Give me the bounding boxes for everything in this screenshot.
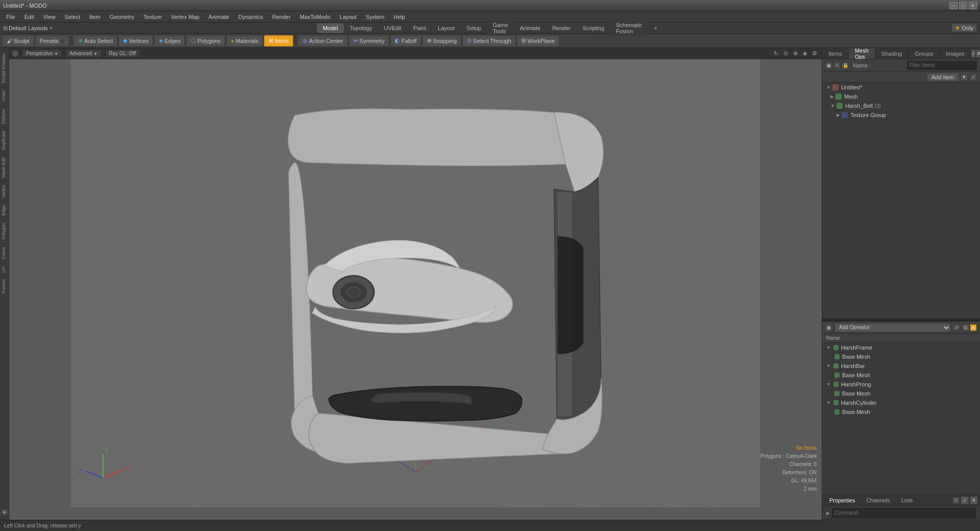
menu-file[interactable]: File	[2, 13, 19, 21]
viewport-settings-icon[interactable]: ⚙	[810, 50, 819, 58]
rpanel-tab-shading[interactable]: Shading	[875, 48, 909, 59]
minimize-button[interactable]: ─	[949, 2, 958, 9]
menu-maxtomodo[interactable]: MaxToModo	[296, 13, 334, 21]
sidebar-item-duplicate[interactable]: Duplicate	[0, 127, 9, 153]
mesh-op-row-base2[interactable]: Base Mesh	[822, 371, 980, 380]
command-input[interactable]	[832, 508, 976, 518]
tab-schematic-fusion[interactable]: Schematic Fusion	[610, 20, 648, 36]
sidebar-item-uv[interactable]: UV	[0, 263, 9, 276]
sidebar-item-curve[interactable]: Curve	[0, 243, 9, 262]
vis-btn-3[interactable]: 🔒	[842, 62, 849, 69]
mesh-op-row-harshprong[interactable]: ▼ HarshProng	[822, 380, 980, 389]
only-button[interactable]: ★ Only	[951, 24, 977, 32]
sculpt-button[interactable]: 🖌 Sculpt	[2, 35, 34, 47]
sidebar-collapse-button[interactable]: ●	[1, 509, 8, 516]
item-row-harsh-belt[interactable]: ▼ Harsh_Belt (3)	[822, 101, 980, 110]
sidebar-item-vertex[interactable]: Vertex	[0, 181, 9, 201]
mesh-op-row-base4[interactable]: Base Mesh	[822, 407, 980, 417]
rpanel-tab-mesh-ops[interactable]: Mesh Ops	[849, 48, 875, 59]
sidebar-item-sculpt-presets[interactable]: Sculpt Presets	[0, 50, 9, 86]
close-panel-button[interactable]: ✕	[976, 50, 980, 58]
expand-list-btn[interactable]: ⤢	[970, 74, 977, 81]
item-row-mesh[interactable]: ▶ Mesh	[822, 92, 980, 101]
sidebar-item-mesh-edit[interactable]: Mesh Edit	[0, 154, 9, 181]
tab-animate[interactable]: Animate	[514, 24, 546, 33]
sidebar-item-edge[interactable]: Edge	[0, 201, 9, 219]
viewport-zoom-icon[interactable]: ⊕	[791, 50, 799, 58]
viewport-area[interactable]: Perspective ▼ Advanced ▼ Ray GL: Off ↻ ⊙…	[9, 48, 822, 520]
presets-button[interactable]: Presets	[35, 35, 69, 47]
items-button[interactable]: ⊞ Items	[264, 35, 293, 47]
mesh-ops-btn-g[interactable]: G	[962, 324, 969, 331]
viewport-canvas[interactable]: X Z Y No Items Polygons : Catmull-Clark …	[9, 59, 822, 507]
mesh-vis-btn-1[interactable]: ◉	[825, 324, 832, 331]
polygons-button[interactable]: ⬡ Polygons	[186, 35, 225, 47]
tab-layout[interactable]: Layout	[432, 24, 460, 33]
raygl-button[interactable]: Ray GL: Off	[105, 50, 139, 57]
snapping-button[interactable]: ⊕ Snapping	[422, 35, 462, 47]
tab-topology[interactable]: Topology	[344, 24, 378, 33]
rp-expand-btn[interactable]: ⤢	[961, 496, 969, 504]
viewport-sync-icon[interactable]: ↻	[772, 50, 780, 58]
action-center-button[interactable]: ◎ Action Center	[298, 35, 348, 47]
viewport-camera-icon[interactable]: ⊙	[781, 50, 790, 58]
filter-btn[interactable]: ▼	[961, 74, 968, 81]
item-row-untitled[interactable]: ▼ Untitled*	[822, 83, 980, 92]
menu-item[interactable]: Item	[85, 13, 104, 21]
menu-vertex-map[interactable]: Vertex Map	[167, 13, 204, 21]
close-button[interactable]: ✕	[969, 2, 977, 9]
vis-btn-1[interactable]: ◉	[825, 62, 832, 69]
mesh-op-row-harshbar[interactable]: ▼ HarshBar	[822, 361, 980, 371]
rp-add-btn[interactable]: +	[952, 497, 960, 504]
edges-button[interactable]: ◈ Edges	[154, 35, 185, 47]
tab-uvedit[interactable]: UVEdit	[378, 24, 407, 33]
filter-items-input[interactable]	[907, 61, 977, 70]
mesh-op-row-base1[interactable]: Base Mesh	[822, 352, 980, 361]
sidebar-item-polygon[interactable]: Polygon	[0, 219, 9, 243]
maximize-button[interactable]: □	[959, 2, 967, 9]
sidebar-item-fusion[interactable]: Fusion	[0, 276, 9, 296]
menu-edit[interactable]: Edit	[20, 13, 38, 21]
tab-render[interactable]: Render	[546, 24, 576, 33]
viewport-menu-icon[interactable]	[12, 51, 18, 57]
rp-btab-lists[interactable]: Lists	[896, 496, 918, 504]
layout-preset-selector[interactable]: ▤ Default Layouts ▼	[3, 25, 53, 31]
tab-paint[interactable]: Paint	[408, 24, 432, 33]
add-operator-select[interactable]: Add Operator	[834, 323, 951, 332]
rp-btab-properties[interactable]: Properties	[824, 496, 860, 504]
materials-button[interactable]: ● Materials	[226, 35, 263, 47]
falloff-button[interactable]: ◐ Falloff	[390, 35, 421, 47]
tab-scripting[interactable]: Scripting	[577, 24, 610, 33]
menu-system[interactable]: System	[362, 13, 389, 21]
rpanel-tab-images[interactable]: Images	[940, 48, 971, 59]
expand-panel-button[interactable]: ⤢	[971, 50, 976, 58]
rpanel-tab-groups[interactable]: Groups	[909, 48, 940, 59]
select-through-button[interactable]: ⊙ Select Through	[462, 35, 515, 47]
menu-dynamics[interactable]: Dynamics	[234, 13, 267, 21]
menu-help[interactable]: Help	[390, 13, 410, 21]
tab-model[interactable]: Model	[317, 24, 344, 33]
perspective-dropdown[interactable]: Perspective ▼	[22, 50, 62, 57]
mesh-ops-btn-a[interactable]: A	[970, 324, 977, 331]
symmetry-button[interactable]: ⇔ Symmetry	[349, 35, 390, 47]
advanced-dropdown[interactable]: Advanced ▼	[66, 50, 101, 57]
viewport-render-icon[interactable]: ◈	[801, 50, 809, 58]
auto-select-button[interactable]: ⊕ Auto Select	[74, 35, 117, 47]
menu-animate[interactable]: Animate	[204, 13, 233, 21]
menu-layout[interactable]: Layout	[336, 13, 361, 21]
mesh-op-row-harshframe[interactable]: ▼ HarshFrame	[822, 343, 980, 352]
mesh-ops-expand-btn[interactable]: ⤢	[953, 324, 960, 331]
mesh-op-row-harshcylinder[interactable]: ▼ HarshCylinder	[822, 398, 980, 407]
sidebar-item-deform[interactable]: Deform	[0, 105, 9, 127]
vis-btn-2[interactable]: +	[833, 62, 841, 69]
menu-select[interactable]: Select	[60, 13, 84, 21]
tab-add[interactable]: +	[649, 24, 663, 33]
menu-render[interactable]: Render	[268, 13, 295, 21]
tab-setup[interactable]: Setup	[461, 24, 487, 33]
vertices-button[interactable]: ◆ Vertices	[118, 35, 153, 47]
workplane-button[interactable]: ⊟ WorkPlane	[517, 35, 560, 47]
menu-geometry[interactable]: Geometry	[105, 13, 138, 21]
rp-btab-channels[interactable]: Channels	[861, 496, 895, 504]
menu-view[interactable]: View	[39, 13, 60, 21]
tab-game-tools[interactable]: Game Tools	[487, 20, 514, 36]
